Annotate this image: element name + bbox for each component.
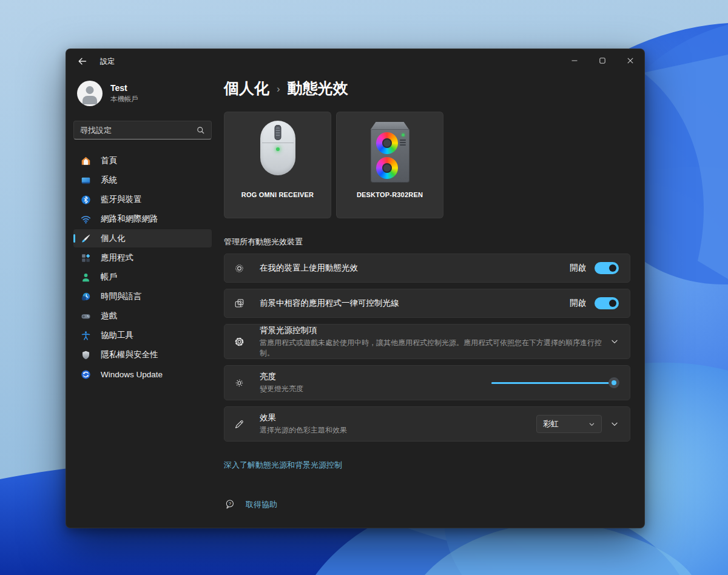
back-button[interactable] bbox=[70, 50, 95, 72]
foreground-apps-toggle[interactable] bbox=[595, 297, 619, 309]
brightness-slider-thumb[interactable] bbox=[608, 377, 619, 388]
maximize-button[interactable] bbox=[588, 49, 616, 72]
settings-rows: 在我的裝置上使用動態光效 開啟 前景中相容的應用程式一律可控制光線 開啟 bbox=[224, 254, 630, 442]
row-background-light-controls[interactable]: 背景光源控制項 當應用程式或遊戲未處於使用中時，讓其他應用程式控制光源。應用程式… bbox=[224, 324, 630, 359]
row-foreground-apps-control: 前景中相容的應用程式一律可控制光線 開啟 bbox=[224, 289, 630, 318]
sidebar-item-label: 協助工具 bbox=[101, 330, 133, 341]
breadcrumb-chevron: › bbox=[277, 81, 280, 95]
accounts-icon bbox=[80, 272, 92, 283]
get-help[interactable]: ? 取得協助 bbox=[224, 499, 630, 510]
row-subtitle: 當應用程式或遊戲未處於使用中時，讓其他應用程式控制光源。應用程式可依照您在下方選… bbox=[260, 338, 610, 358]
row-title: 效果 bbox=[260, 412, 347, 423]
brightness-icon bbox=[234, 377, 245, 389]
accessibility-icon bbox=[80, 330, 92, 341]
row-brightness: 亮度 變更燈光亮度 bbox=[224, 365, 630, 400]
apps-icon bbox=[80, 252, 92, 264]
sidebar-item-label: 系統 bbox=[101, 175, 117, 186]
section-label: 管理所有動態光效裝置 bbox=[224, 237, 630, 247]
sidebar-item-label: 應用程式 bbox=[101, 252, 133, 263]
system-icon bbox=[80, 175, 92, 186]
expand-chevron-down-icon[interactable] bbox=[610, 420, 619, 428]
sidebar-item-label: 藍牙與裝置 bbox=[101, 194, 142, 205]
desktop-tower-image bbox=[371, 121, 410, 183]
expand-chevron-down-icon[interactable] bbox=[610, 337, 619, 346]
device-card-desktop[interactable]: DESKTOP-R302REN bbox=[336, 112, 443, 218]
device-name: ROG OMNI RECEIVER bbox=[224, 191, 331, 198]
user-profile[interactable]: Test 本機帳戶 bbox=[73, 76, 212, 111]
privacy-shield-icon bbox=[80, 349, 92, 361]
page-title: 動態光效 bbox=[288, 78, 348, 98]
learn-more-link[interactable]: 深入了解動態光源和背景光源控制 bbox=[224, 460, 342, 471]
dynamic-lighting-toggle[interactable] bbox=[595, 262, 619, 274]
minimize-button[interactable] bbox=[561, 49, 588, 72]
sidebar-item-accessibility[interactable]: 協助工具 bbox=[73, 326, 212, 345]
sidebar-item-bluetooth-devices[interactable]: 藍牙與裝置 bbox=[73, 190, 212, 209]
effects-dropdown-value: 彩虹 bbox=[543, 419, 559, 429]
dynamic-lighting-icon bbox=[234, 263, 245, 274]
gaming-gamepad-icon bbox=[80, 311, 92, 322]
search-input[interactable]: 尋找設定 bbox=[73, 121, 212, 140]
close-button[interactable] bbox=[616, 49, 644, 72]
sidebar-item-privacy-security[interactable]: 隱私權與安全性 bbox=[73, 346, 212, 364]
toggle-state-label: 開啟 bbox=[570, 263, 586, 274]
sidebar-item-personalization[interactable]: 個人化 bbox=[73, 229, 212, 247]
device-card-mouse[interactable]: ROG OMNI RECEIVER bbox=[224, 112, 331, 218]
sidebar-item-label: 隱私權與安全性 bbox=[101, 349, 158, 360]
sidebar-item-apps[interactable]: 應用程式 bbox=[73, 249, 212, 267]
sidebar-nav: 首頁 系統 藍牙與裝置 bbox=[73, 152, 212, 383]
mouse-image bbox=[260, 121, 295, 175]
row-use-dynamic-lighting: 在我的裝置上使用動態光效 開啟 bbox=[224, 254, 630, 283]
toggle-state-label: 開啟 bbox=[570, 298, 586, 309]
sidebar-item-gaming[interactable]: 遊戲 bbox=[73, 307, 212, 325]
maximize-icon bbox=[599, 57, 606, 64]
personalization-brush-icon bbox=[80, 233, 92, 244]
sidebar: Test 本機帳戶 尋找設定 首頁 bbox=[66, 73, 219, 528]
sidebar-item-label: 首頁 bbox=[101, 155, 117, 166]
time-language-icon bbox=[80, 291, 92, 303]
sidebar-item-label: 帳戶 bbox=[101, 272, 117, 283]
search-icon bbox=[196, 126, 205, 135]
home-icon bbox=[80, 155, 92, 167]
settings-window: 設定 Test 本機帳戶 尋找設定 bbox=[66, 49, 645, 528]
close-icon bbox=[627, 57, 634, 64]
row-title: 亮度 bbox=[260, 371, 303, 382]
network-icon bbox=[80, 214, 92, 225]
row-title: 前景中相容的應用程式一律可控制光線 bbox=[260, 298, 399, 309]
sidebar-item-accounts[interactable]: 帳戶 bbox=[73, 268, 212, 286]
main-content: 個人化 › 動態光效 ROG OMNI RECEIVER bbox=[224, 73, 644, 528]
gear-icon bbox=[234, 336, 245, 348]
row-subtitle: 變更燈光亮度 bbox=[260, 384, 303, 394]
sidebar-item-time-language[interactable]: 時間與語言 bbox=[73, 288, 212, 306]
profile-account-type: 本機帳戶 bbox=[110, 95, 138, 104]
sidebar-item-label: Windows Update bbox=[101, 370, 163, 379]
device-cards: ROG OMNI RECEIVER DESKTOP-R302REN bbox=[224, 112, 630, 218]
back-arrow-icon bbox=[78, 56, 87, 66]
device-name: DESKTOP-R302REN bbox=[337, 191, 443, 198]
profile-name: Test bbox=[110, 83, 138, 93]
breadcrumb-parent[interactable]: 個人化 bbox=[224, 78, 269, 98]
foreground-apps-icon bbox=[234, 298, 245, 309]
minimize-icon bbox=[571, 57, 578, 64]
sidebar-item-windows-update[interactable]: Windows Update bbox=[73, 365, 212, 383]
row-effects: 效果 選擇光源的色彩主題和效果 彩虹 bbox=[224, 406, 630, 442]
dropdown-chevron-down-icon bbox=[588, 421, 595, 428]
sidebar-item-system[interactable]: 系統 bbox=[73, 171, 212, 189]
effects-dropdown[interactable]: 彩虹 bbox=[536, 415, 602, 433]
effects-pen-icon bbox=[234, 419, 245, 430]
brightness-slider[interactable] bbox=[491, 377, 619, 389]
window-controls bbox=[561, 49, 644, 73]
app-title: 設定 bbox=[100, 56, 115, 67]
sidebar-item-home[interactable]: 首頁 bbox=[73, 152, 212, 170]
titlebar: 設定 bbox=[66, 49, 644, 73]
sidebar-item-label: 網路和網際網路 bbox=[101, 214, 158, 224]
sidebar-item-network[interactable]: 網路和網際網路 bbox=[73, 210, 212, 228]
row-subtitle: 選擇光源的色彩主題和效果 bbox=[260, 425, 347, 435]
row-title: 背景光源控制項 bbox=[260, 325, 610, 336]
brightness-slider-fill bbox=[491, 382, 619, 384]
get-help-label[interactable]: 取得協助 bbox=[246, 499, 277, 510]
bluetooth-icon bbox=[80, 194, 92, 206]
svg-text:?: ? bbox=[229, 502, 231, 506]
windows-update-icon bbox=[80, 369, 92, 380]
search-placeholder: 尋找設定 bbox=[80, 125, 112, 136]
sidebar-item-label: 時間與語言 bbox=[101, 291, 142, 302]
